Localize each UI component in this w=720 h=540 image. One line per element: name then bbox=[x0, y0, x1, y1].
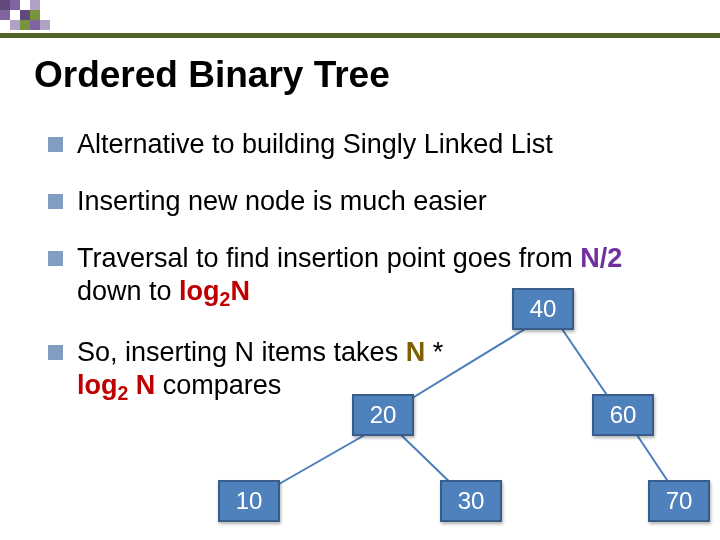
bullet-item: Alternative to building Singly Linked Li… bbox=[48, 128, 688, 161]
text-frag: So, inserting N items takes bbox=[77, 337, 406, 367]
deco-square bbox=[20, 20, 30, 30]
corner-deco bbox=[0, 0, 720, 40]
deco-square bbox=[20, 10, 30, 20]
text-frag-log: log2 N bbox=[77, 370, 155, 400]
deco-square bbox=[0, 0, 10, 10]
text-frag: down to bbox=[77, 276, 179, 306]
tree-node: 60 bbox=[592, 394, 654, 436]
deco-square bbox=[40, 20, 50, 30]
bullet-item: Inserting new node is much easier bbox=[48, 185, 688, 218]
deco-square bbox=[30, 20, 40, 30]
slide: Ordered Binary Tree Alternative to build… bbox=[0, 0, 720, 540]
tree-node: 30 bbox=[440, 480, 502, 522]
log-subscript: 2 bbox=[118, 382, 129, 404]
bullet-marker-icon bbox=[48, 194, 63, 209]
bullet-marker-icon bbox=[48, 251, 63, 266]
tree-edge bbox=[265, 432, 370, 492]
tree-node: 10 bbox=[218, 480, 280, 522]
deco-square bbox=[30, 0, 40, 10]
bullet-text: Traversal to find insertion point goes f… bbox=[77, 242, 688, 312]
log-N: N bbox=[230, 276, 250, 306]
deco-square bbox=[10, 20, 20, 30]
tree-node-root: 40 bbox=[512, 288, 574, 330]
log-N: N bbox=[128, 370, 155, 400]
bullet-marker-icon bbox=[48, 137, 63, 152]
text-frag-N: N bbox=[406, 337, 426, 367]
log-subscript: 2 bbox=[220, 288, 231, 310]
tree-node: 70 bbox=[648, 480, 710, 522]
bullet-item: Traversal to find insertion point goes f… bbox=[48, 242, 688, 312]
text-frag-log: log2N bbox=[179, 276, 250, 306]
text-frag: Traversal to find insertion point goes f… bbox=[77, 243, 580, 273]
text-frag: * bbox=[425, 337, 443, 367]
deco-square bbox=[0, 10, 10, 20]
bullet-marker-icon bbox=[48, 345, 63, 360]
bullet-text: Inserting new node is much easier bbox=[77, 185, 688, 218]
slide-title: Ordered Binary Tree bbox=[34, 54, 390, 96]
text-frag: compares bbox=[155, 370, 281, 400]
log-word: log bbox=[179, 276, 220, 306]
bullet-text: Alternative to building Singly Linked Li… bbox=[77, 128, 688, 161]
deco-bar bbox=[0, 33, 720, 38]
bullet-list: Alternative to building Singly Linked Li… bbox=[48, 128, 688, 430]
deco-square bbox=[30, 10, 40, 20]
deco-square bbox=[10, 0, 20, 10]
log-word: log bbox=[77, 370, 118, 400]
tree-node: 20 bbox=[352, 394, 414, 436]
text-frag-n2: N/2 bbox=[580, 243, 622, 273]
